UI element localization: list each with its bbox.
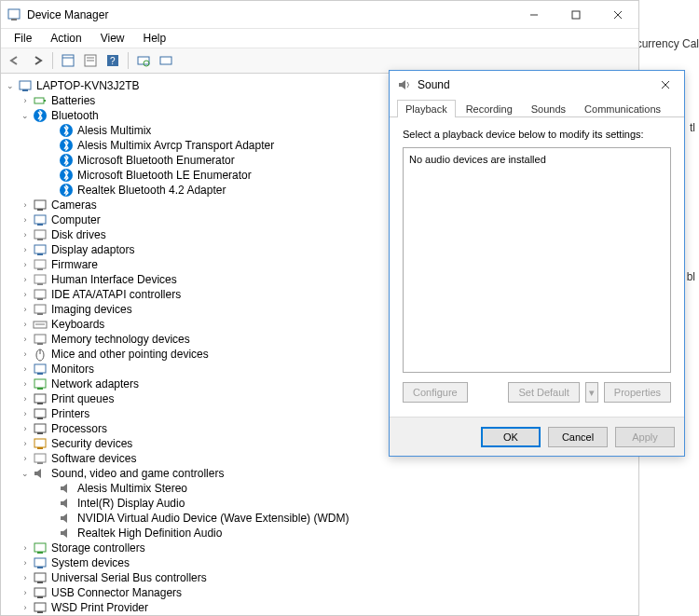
svg-rect-33 bbox=[37, 253, 43, 255]
svg-rect-30 bbox=[34, 230, 46, 239]
titlebar[interactable]: Device Manager bbox=[1, 1, 638, 29]
tree-twisty[interactable]: › bbox=[20, 572, 31, 583]
tree-twisty[interactable]: › bbox=[20, 214, 31, 226]
tree-twisty[interactable]: › bbox=[20, 393, 31, 404]
tree-twisty[interactable]: › bbox=[20, 334, 31, 345]
tree-twisty[interactable]: › bbox=[20, 244, 31, 255]
tree-twisty[interactable]: › bbox=[20, 363, 31, 375]
menu-view[interactable]: View bbox=[93, 30, 132, 47]
tree-twisty[interactable]: › bbox=[20, 95, 31, 106]
svg-rect-17 bbox=[22, 89, 28, 91]
tree-twisty[interactable]: › bbox=[20, 304, 31, 315]
tree-row-wsd-print-provider[interactable]: ›WSD Print Provider bbox=[1, 600, 638, 615]
playback-device-list[interactable]: No audio devices are installed bbox=[403, 147, 671, 373]
cancel-button[interactable]: Cancel bbox=[548, 427, 608, 447]
close-button[interactable] bbox=[596, 1, 638, 28]
tree-label: Memory technology devices bbox=[51, 333, 190, 346]
back-button[interactable] bbox=[5, 50, 25, 71]
tree-label: Printers bbox=[51, 407, 89, 420]
set-default-dropdown[interactable]: ▾ bbox=[585, 382, 598, 403]
usb-icon bbox=[33, 585, 48, 600]
forward-button[interactable] bbox=[27, 50, 48, 71]
sys-icon bbox=[33, 555, 48, 570]
tree-label: Software devices bbox=[51, 452, 136, 465]
properties-button[interactable]: Properties bbox=[604, 382, 671, 403]
tab-communications[interactable]: Communications bbox=[576, 100, 669, 117]
svg-rect-60 bbox=[34, 454, 46, 462]
tree-row-device[interactable]: NVIDIA Virtual Audio Device (Wave Extens… bbox=[1, 511, 638, 526]
tree-twisty[interactable]: › bbox=[20, 557, 31, 568]
maximize-button[interactable] bbox=[555, 1, 596, 28]
tree-label: Alesis Multimix Avrcp Transport Adapter bbox=[77, 139, 274, 152]
bt-icon bbox=[59, 183, 74, 198]
sound-instruction: Select a playback device below to modify… bbox=[403, 129, 671, 140]
tree-twisty[interactable]: › bbox=[20, 349, 31, 360]
tree-row-device[interactable]: Alesis Multimix Stereo bbox=[1, 481, 638, 496]
svg-rect-45 bbox=[37, 343, 43, 345]
tree-twisty[interactable]: ⌄ bbox=[20, 110, 31, 121]
tab-playback[interactable]: Playback bbox=[397, 100, 456, 117]
minimize-button[interactable] bbox=[513, 1, 555, 28]
tree-twisty[interactable]: › bbox=[20, 587, 31, 598]
sound-close-button[interactable] bbox=[647, 71, 684, 99]
img-icon bbox=[33, 302, 48, 317]
set-default-button[interactable]: Set Default bbox=[508, 382, 579, 403]
kb-icon bbox=[33, 317, 48, 332]
tree-twisty[interactable]: › bbox=[20, 274, 31, 285]
tree-label: Monitors bbox=[51, 363, 94, 376]
apply-button[interactable]: Apply bbox=[615, 427, 675, 447]
tree-twisty[interactable]: › bbox=[20, 199, 31, 211]
tree-row-storage-controllers[interactable]: ›Storage controllers bbox=[1, 541, 638, 555]
bt-icon bbox=[33, 108, 48, 123]
bg-text-fragment: tl bbox=[690, 121, 695, 134]
tree-twisty[interactable]: › bbox=[20, 408, 31, 419]
tab-sounds[interactable]: Sounds bbox=[523, 100, 574, 117]
bg-text-fragment: bl bbox=[687, 270, 695, 283]
tree-twisty[interactable]: › bbox=[20, 423, 31, 434]
menu-help[interactable]: Help bbox=[136, 30, 174, 47]
tree-twisty[interactable]: ⌄ bbox=[20, 468, 31, 479]
snd-icon bbox=[59, 496, 74, 511]
tree-twisty[interactable]: › bbox=[20, 602, 31, 613]
tree-row-usb-connector-managers[interactable]: ›USB Connector Managers bbox=[1, 585, 638, 600]
menu-file[interactable]: File bbox=[7, 30, 39, 47]
svg-rect-35 bbox=[37, 268, 43, 270]
tree-twisty[interactable]: ⌄ bbox=[5, 80, 16, 91]
ok-button[interactable]: OK bbox=[481, 427, 541, 447]
menu-action[interactable]: Action bbox=[43, 30, 89, 47]
tree-twisty[interactable]: › bbox=[20, 229, 31, 240]
configure-button[interactable]: Configure bbox=[403, 382, 468, 403]
tab-recording[interactable]: Recording bbox=[458, 100, 521, 117]
empty-list-text: No audio devices are installed bbox=[409, 154, 546, 165]
mouse-icon bbox=[33, 347, 48, 362]
battery-icon bbox=[33, 93, 48, 108]
svg-rect-71 bbox=[37, 611, 43, 613]
svg-rect-18 bbox=[34, 98, 44, 103]
tree-twisty[interactable]: › bbox=[20, 378, 31, 390]
tree-twisty[interactable]: › bbox=[20, 319, 31, 330]
tree-twisty[interactable]: › bbox=[20, 542, 31, 554]
snd-icon bbox=[33, 466, 48, 481]
scan-button[interactable] bbox=[133, 50, 154, 71]
svg-rect-69 bbox=[37, 596, 43, 598]
tree-row-device[interactable]: Realtek High Definition Audio bbox=[1, 526, 638, 541]
tree-row-sound-video-and-game-controllers[interactable]: ⌄Sound, video and game controllers bbox=[1, 466, 638, 481]
properties-button[interactable] bbox=[80, 50, 101, 71]
cam-icon bbox=[33, 198, 48, 212]
show-hide-tree-button[interactable] bbox=[58, 50, 78, 71]
tree-row-universal-serial-bus-controllers[interactable]: ›Universal Serial Bus controllers bbox=[1, 570, 638, 585]
speaker-icon bbox=[397, 77, 412, 92]
tree-twisty[interactable]: › bbox=[20, 438, 31, 449]
svg-rect-49 bbox=[37, 373, 43, 375]
tree-row-system-devices[interactable]: ›System devices bbox=[1, 555, 638, 570]
tree-twisty[interactable]: › bbox=[20, 453, 31, 464]
sound-titlebar[interactable]: Sound bbox=[390, 71, 684, 99]
tree-row-device[interactable]: Intel(R) Display Audio bbox=[1, 496, 638, 511]
tree-label: Storage controllers bbox=[51, 541, 145, 554]
bt-icon bbox=[59, 153, 74, 168]
help-button[interactable]: ? bbox=[103, 50, 123, 71]
tree-twisty[interactable]: › bbox=[20, 289, 31, 300]
devices-button[interactable] bbox=[156, 50, 176, 71]
tree-twisty[interactable]: › bbox=[20, 259, 31, 270]
mon-icon bbox=[33, 362, 48, 376]
